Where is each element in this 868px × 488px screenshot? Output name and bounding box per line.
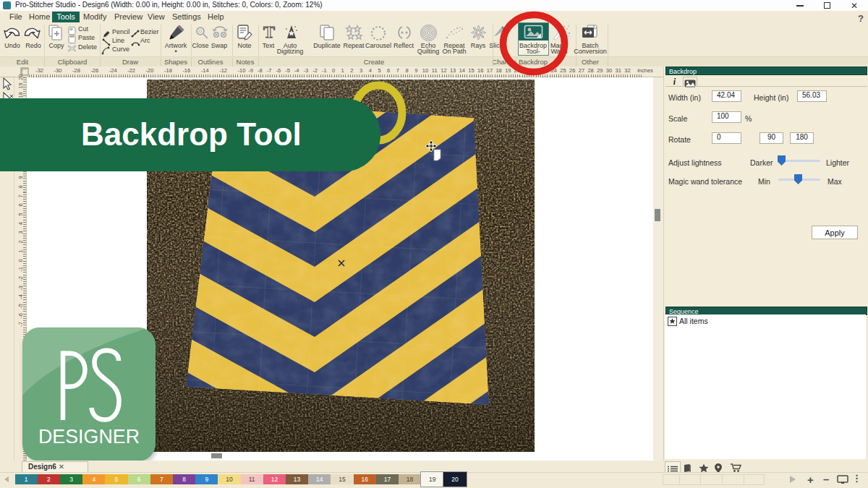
svg-text:T: T [263,24,275,40]
svg-text:DESIGNER: DESIGNER [38,425,140,448]
